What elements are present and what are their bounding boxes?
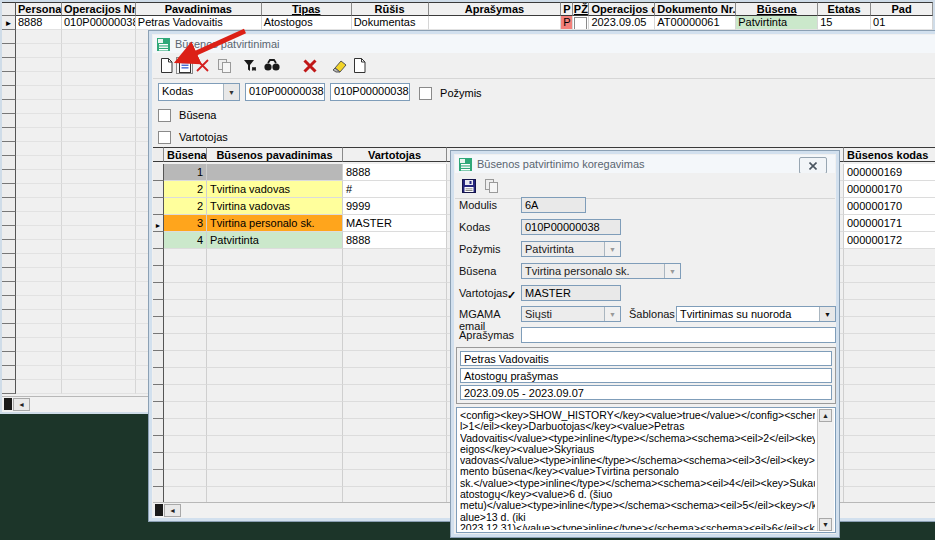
cell-busena: Patvirtinta [736, 16, 818, 30]
cell-operacijos-data: 2023.09.05 [589, 16, 655, 30]
check-icon: ✓ [507, 289, 516, 302]
col-status-user[interactable]: Vartotojas [343, 147, 447, 162]
field-selector-combo[interactable]: Kodas ▼ [158, 83, 240, 101]
close-icon[interactable] [799, 157, 827, 174]
kodas-field: 010P00000038 [521, 219, 621, 235]
busena-label: Būsena [459, 265, 519, 277]
sablonas-combo[interactable]: Tvirtinimas su nuoroda ▼ [676, 306, 836, 322]
config-vertical-scrollbar[interactable]: ▲ ▼ [817, 409, 834, 531]
chevron-down-icon[interactable]: ▼ [819, 307, 835, 321]
cell-tipas: Atostogos [262, 16, 352, 30]
col-dokumento-nr[interactable]: Dokumento Nr. [655, 2, 736, 16]
main-table-header: Personalo Operacijos Nr. Pavadinimas Tip… [2, 2, 933, 16]
sablonas-value: Tvirtinimas su nuoroda [680, 308, 791, 320]
cell-etatas: 15 [818, 16, 871, 30]
cancel-icon[interactable] [301, 57, 318, 74]
new-icon[interactable] [158, 57, 175, 74]
kodas-label: Kodas [459, 221, 519, 233]
clear-icon[interactable] [331, 57, 348, 74]
chevron-down-icon[interactable]: ▼ [223, 84, 239, 100]
vartotojas-checkbox[interactable] [158, 131, 171, 144]
col-p[interactable]: P [561, 2, 573, 16]
delete-icon[interactable] [194, 57, 211, 74]
selected-row-marker: ► [2, 16, 16, 30]
pz-checkbox[interactable] [574, 17, 587, 30]
dialog2-title: Būsenos patvirtinimo koregavimas [477, 158, 645, 170]
dialog1-titlebar[interactable]: Būsenos patvirtinimai [153, 35, 935, 54]
field-selector-value: Kodas [162, 85, 193, 97]
col-operacijos-nr[interactable]: Operacijos Nr. [62, 2, 136, 16]
cell-personalo: 8888 [16, 16, 62, 30]
copy-icon[interactable] [483, 177, 500, 194]
cell-aprasymas [429, 16, 562, 30]
col-status-name[interactable]: Būsenos pavadinimas [207, 147, 343, 162]
dialog2-toolbar [455, 173, 835, 199]
vartotojas-label: Vartotojas [179, 131, 228, 143]
busena-combo[interactable]: Tvirtina personalo sk. ▼ [521, 263, 681, 279]
col-personalo[interactable]: Personalo [16, 2, 62, 16]
status-edit-dialog: Būsenos patvirtinimo koregavimas Modulis… [450, 150, 840, 538]
sablonas-label: Šablonas [629, 308, 677, 320]
busena-value: Tvirtina personalo sk. [525, 265, 630, 277]
dialog2-titlebar[interactable]: Būsenos patvirtinimo koregavimas [455, 155, 835, 174]
scroll-left-button[interactable]: ◄ [13, 398, 30, 411]
save-icon[interactable] [460, 177, 477, 194]
window-icon [157, 38, 170, 51]
col-busena[interactable]: Būsena [736, 2, 818, 16]
cell-pad: 01 [871, 16, 933, 30]
col-etatas[interactable]: Etatas [818, 2, 871, 16]
copy-icon[interactable] [216, 57, 233, 74]
cell-p-flag: P [561, 16, 573, 30]
code-input-2[interactable]: 010P00000038 [330, 83, 410, 101]
col-pavadinimas[interactable]: Pavadinimas [136, 2, 262, 16]
vartotojas-field: MASTER [521, 285, 621, 301]
chevron-down-icon: ▼ [664, 264, 680, 278]
cell-pz [573, 16, 589, 30]
aprasymas-field[interactable] [521, 327, 836, 343]
busena-checkbox-row: Būsena [158, 108, 216, 122]
row-header-corner [2, 2, 16, 16]
aprasymas-label: Aprašymas [459, 329, 519, 341]
description-line-1[interactable]: Petras Vadovaitis [460, 351, 832, 366]
pozymis-checkbox-row: Požymis [419, 86, 482, 100]
pozymis-label: Požymis [459, 243, 519, 255]
filter-icon[interactable] [241, 57, 258, 74]
col-operacijos-data[interactable]: Operacijos dat [589, 2, 655, 16]
scrollbar-cap [4, 398, 12, 410]
modulis-label: Modulis [459, 199, 519, 211]
pozymis-combo[interactable]: Patvirtinta ▼ [521, 241, 621, 257]
modulis-field: 6A [521, 197, 586, 213]
table-row[interactable]: ► 8888 010P00000038 Petras Vadovaitis At… [2, 16, 933, 30]
pozymis-value: Patvirtinta [525, 243, 574, 255]
cell-rusis: Dokumentas [352, 16, 429, 30]
find-icon[interactable] [263, 57, 280, 74]
scroll-left-button[interactable]: ◄ [164, 504, 181, 517]
code-input-1[interactable]: 010P00000038 [245, 83, 325, 101]
busena-checkbox[interactable] [158, 109, 171, 122]
chevron-down-icon: ▼ [604, 307, 620, 321]
cell-operacijos-nr: 010P00000038 [62, 16, 136, 30]
scroll-up-button[interactable]: ▲ [819, 409, 832, 422]
mgama-email-combo[interactable]: Siųsti ▼ [521, 306, 621, 322]
pozymis-checkbox[interactable] [419, 87, 432, 100]
dialog1-title: Būsenos patvirtinimai [175, 38, 280, 50]
col-aprasymas[interactable]: Aprašymas [429, 2, 562, 16]
edit-icon[interactable] [176, 57, 193, 74]
col-status-nr[interactable]: Būsena [164, 147, 207, 162]
pozymis-label: Požymis [440, 87, 482, 99]
config-text: <config><key>SHOW_HISTORY</key><value>tr… [460, 410, 815, 530]
config-textarea[interactable]: <config><key>SHOW_HISTORY</key><value>tr… [456, 407, 836, 533]
col-status-kodas[interactable]: Būsenos kodas [844, 147, 935, 162]
col-pad[interactable]: Pad [871, 2, 933, 16]
description-line-3[interactable]: 2023.09.05 - 2023.09.07 [460, 385, 832, 400]
col-pz[interactable]: PŽ [573, 2, 589, 16]
col-tipas[interactable]: Tipas [262, 2, 352, 16]
col-rusis[interactable]: Rūšis [352, 2, 429, 16]
cell-dokumento-nr: AT00000061 [655, 16, 736, 30]
description-group: Petras Vadovaitis Atostogų prašymas 2023… [456, 347, 836, 404]
description-line-2[interactable]: Atostogų prašymas [460, 368, 832, 383]
busena-label: Būsena [179, 109, 216, 121]
page-icon[interactable] [351, 57, 368, 74]
cell-pavadinimas: Petras Vadovaitis [136, 16, 262, 30]
scroll-down-button[interactable]: ▼ [819, 518, 832, 531]
